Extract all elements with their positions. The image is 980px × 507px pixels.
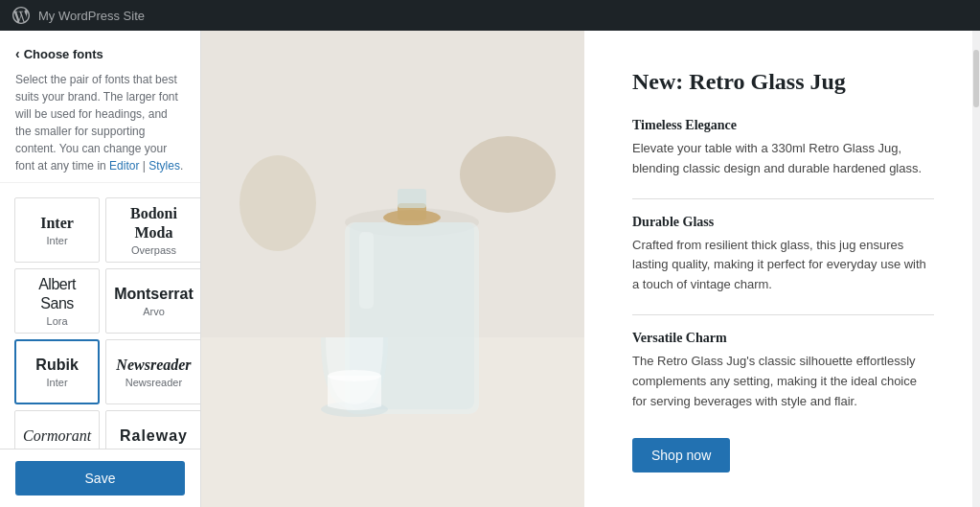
preview-content: New: Retro Glass Jug Timeless Elegance E… [201, 31, 980, 507]
font-sub-montserrat: Arvo [143, 306, 165, 317]
scrollbar-thumb[interactable] [973, 50, 979, 107]
back-link-label: Choose fonts [24, 47, 103, 61]
font-sub-bodoni-moda: Overpass [131, 244, 176, 256]
product-title: New: Retro Glass Jug [632, 69, 934, 95]
svg-rect-7 [398, 189, 426, 208]
feature-title-0: Timeless Elegance [632, 118, 934, 133]
font-name-inter: Inter [40, 214, 74, 232]
feature-block-2: Versatile Charm The Retro Glass Jug's cl… [632, 331, 934, 411]
preview-image-section [201, 31, 584, 507]
font-sub-inter: Inter [47, 235, 68, 246]
site-name: My WordPress Site [38, 9, 145, 23]
font-name-raleway: Raleway [120, 426, 188, 445]
font-item-newsreader[interactable]: Newsreader Newsreader [105, 339, 200, 404]
top-bar: My WordPress Site [0, 0, 980, 31]
font-sub-cormorant: Work Sans [32, 448, 83, 449]
font-sub-raleway: Cormorant [128, 448, 178, 449]
font-sub-rubik: Inter [47, 377, 68, 388]
feature-desc-2: The Retro Glass Jug's classic silhouette… [632, 352, 934, 411]
font-name-montserrat: Montserrat [114, 285, 194, 303]
editor-link[interactable]: Editor [109, 159, 139, 173]
feature-title-1: Durable Glass [632, 215, 934, 230]
font-item-bodoni-moda[interactable]: Bodoni Moda Overpass [105, 197, 200, 263]
font-item-inter[interactable]: Inter Inter [14, 197, 100, 263]
feature-block-0: Timeless Elegance Elevate your table wit… [632, 118, 934, 179]
sidebar: ‹ Choose fonts Select the pair of fonts … [0, 31, 201, 507]
preview-text-section: New: Retro Glass Jug Timeless Elegance E… [584, 31, 972, 507]
back-arrow-icon: ‹ [15, 46, 20, 61]
wp-logo [11, 6, 31, 25]
main-area: ‹ Choose fonts Select the pair of fonts … [0, 31, 980, 507]
font-name-newsreader: Newsreader [116, 356, 191, 374]
font-sub-albert-sans: Lora [47, 315, 68, 327]
sidebar-header: ‹ Choose fonts Select the pair of fonts … [0, 31, 200, 183]
font-item-montserrat[interactable]: Montserrat Arvo [105, 268, 200, 334]
shop-now-button[interactable]: Shop now [632, 438, 730, 472]
font-grid: Inter Inter Bodoni Moda Overpass Albert … [0, 183, 200, 449]
sidebar-footer: Save [0, 449, 200, 507]
feature-title-2: Versatile Charm [632, 331, 934, 346]
font-item-albert-sans[interactable]: Albert Sans Lora [14, 268, 100, 334]
back-link[interactable]: ‹ Choose fonts [15, 46, 185, 61]
styles-link[interactable]: Styles [148, 159, 180, 173]
product-image-svg [201, 31, 584, 507]
feature-desc-0: Elevate your table with a 330ml Retro Gl… [632, 139, 934, 179]
feature-desc-1: Crafted from resilient thick glass, this… [632, 236, 934, 295]
font-name-rubik: Rubik [35, 356, 78, 374]
svg-point-11 [239, 155, 316, 251]
font-name-bodoni-moda: Bodoni Moda [114, 204, 194, 241]
feature-divider-1 [632, 314, 934, 315]
feature-divider-0 [632, 198, 934, 199]
font-sub-newsreader: Newsreader [125, 377, 182, 388]
font-name-cormorant: Cormorant [23, 426, 91, 445]
font-item-cormorant[interactable]: Cormorant Work Sans [14, 410, 100, 449]
font-name-albert-sans: Albert Sans [23, 275, 91, 311]
product-image [201, 31, 584, 507]
svg-rect-12 [359, 232, 374, 309]
save-button[interactable]: Save [15, 461, 185, 495]
feature-block-1: Durable Glass Crafted from resilient thi… [632, 215, 934, 295]
preview-area: New: Retro Glass Jug Timeless Elegance E… [201, 31, 980, 507]
font-item-rubik[interactable]: Rubik Inter [14, 339, 100, 404]
font-item-raleway[interactable]: Raleway Cormorant [105, 410, 200, 449]
sidebar-description: Select the pair of fonts that best suits… [15, 71, 185, 174]
scrollbar-track[interactable] [972, 31, 980, 507]
svg-point-10 [460, 136, 556, 213]
